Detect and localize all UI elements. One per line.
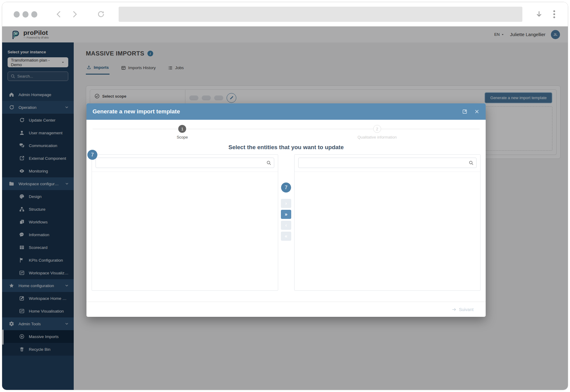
entity-item-automation-of-email-workflow[interactable] — [92, 179, 278, 183]
available-search-input[interactable] — [96, 158, 274, 168]
stepper: 1 Scope 2 Qualitative information — [86, 125, 486, 140]
move-left-button[interactable]: ‹ — [281, 221, 291, 230]
stepper-line — [93, 129, 480, 129]
selected-search-input[interactable] — [298, 158, 477, 168]
back-icon[interactable] — [55, 10, 63, 18]
transfer-count-badge: 7 — [281, 183, 291, 193]
next-button[interactable]: Suivant — [452, 307, 474, 312]
window-controls — [14, 11, 37, 18]
entity-item-cyber-security-group-cost-monitoring[interactable] — [92, 204, 278, 208]
entity-item-automation-of-sorting-applications-by-screening[interactable] — [92, 183, 278, 187]
entity-item-contact-plan-with-public-authorities[interactable] — [92, 200, 278, 204]
step-qualitative-information: 2 Qualitative information — [357, 125, 396, 139]
browser-window: proPilot — Powered by dFakto EN Juliette… — [2, 2, 568, 390]
entity-item-data-leak-response-plan[interactable] — [92, 213, 278, 217]
search-icon — [266, 160, 271, 165]
entity-item-change-of-ownership-clause-by-compliance-and-it-security-team[interactable] — [92, 191, 278, 196]
available-count-badge: 7 — [87, 150, 97, 160]
selected-entities-list — [295, 172, 481, 177]
browser-menu-icon[interactable] — [552, 9, 556, 19]
move-right-button[interactable]: › — [281, 199, 291, 208]
available-entities-panel: 7 — [92, 154, 278, 291]
window-control-dot — [14, 11, 20, 18]
download-icon[interactable] — [535, 10, 543, 18]
window-control-dot — [22, 11, 29, 18]
entity-item-company-brand-image-improvement[interactable] — [92, 196, 278, 200]
generate-template-modal: Generate a new import template 1 Scope 2… — [86, 103, 486, 317]
url-input[interactable] — [119, 7, 522, 22]
entity-item-capped-volume-in-it-contract[interactable] — [92, 187, 278, 191]
modal-heading: Select the entities that you want to upd… — [86, 144, 486, 151]
entity-item-asia-pacific-zone-expansion-plan[interactable] — [92, 174, 278, 179]
entity-item-data-centers-group-performance-readiness[interactable] — [92, 208, 278, 213]
browser-toolbar — [2, 2, 568, 26]
expand-icon[interactable] — [462, 109, 467, 114]
available-entities-list — [92, 172, 278, 219]
modal-header: Generate a new import template — [86, 103, 486, 120]
transfer-controls: 7 › » ‹ « — [278, 154, 294, 291]
step-scope: 1 Scope — [177, 125, 188, 139]
search-icon — [469, 160, 474, 165]
modal-title: Generate a new import template — [93, 108, 180, 115]
close-icon[interactable] — [474, 109, 480, 114]
move-all-left-button[interactable]: « — [281, 232, 291, 241]
modal-footer: Suivant — [86, 302, 486, 317]
selected-entities-panel — [294, 154, 481, 291]
arrow-right-icon — [452, 307, 457, 312]
move-all-right-button[interactable]: » — [281, 210, 291, 219]
window-control-dot — [31, 11, 37, 18]
reload-icon[interactable] — [97, 10, 105, 18]
forward-icon[interactable] — [71, 10, 79, 18]
